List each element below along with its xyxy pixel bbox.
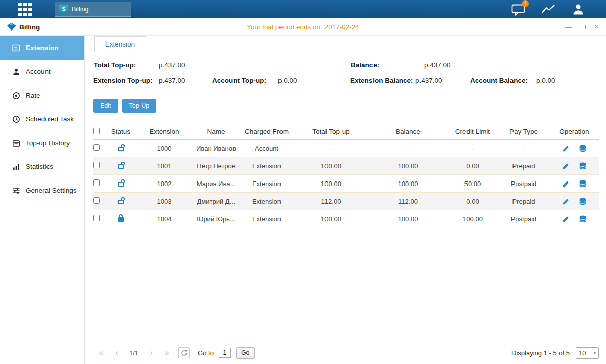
table-row[interactable]: 1000 Иван Иванов Account - - - - <box>93 140 599 157</box>
cell-balance: - <box>369 145 447 152</box>
cell-charged-from: Extension <box>240 162 293 170</box>
cell-name: Петр Петров <box>192 162 240 170</box>
summary-panel: Total Top-up: p.437.00 Balance: p.437.00… <box>93 61 599 85</box>
sidebar: Extension Account Rate Scheduled Task To… <box>0 36 85 364</box>
edit-icon[interactable] <box>562 180 570 188</box>
account-icon <box>12 68 20 76</box>
top-up-operation-icon[interactable] <box>579 145 587 152</box>
app-tab-billing[interactable]: $ Billing <box>55 2 131 17</box>
row-checkbox[interactable] <box>93 162 100 168</box>
edit-icon[interactable] <box>562 198 570 205</box>
cell-extension: 1001 <box>136 162 192 170</box>
cell-pay-type: Postpaid <box>498 215 549 223</box>
row-checkbox[interactable] <box>93 197 100 204</box>
top-up-button[interactable]: Top Up <box>122 99 157 113</box>
page-size-select[interactable]: 10 ▾ <box>576 347 599 359</box>
cell-total-topup: 100.00 <box>293 180 369 188</box>
edit-icon[interactable] <box>562 162 570 170</box>
cell-extension: 1002 <box>136 180 192 188</box>
edit-icon[interactable] <box>562 215 570 223</box>
total-topup-value: p.437.00 <box>159 61 185 69</box>
refresh-button[interactable] <box>178 347 190 358</box>
displaying-text: Displaying 1 - 5 of 5 <box>511 349 570 357</box>
table-row[interactable]: 1001 Петр Петров Extension 100.00 100.00… <box>93 157 599 175</box>
sidebar-item-topup-history[interactable]: Top-up History <box>0 131 84 155</box>
top-up-operation-icon[interactable] <box>579 215 587 223</box>
cell-total-topup: 100.00 <box>293 215 369 223</box>
table-row[interactable]: 1003 Дмитрий Д... Extension 112.00 112.0… <box>93 193 599 210</box>
apps-grid-icon[interactable] <box>18 3 32 16</box>
lock-status-icon <box>118 179 124 187</box>
user-icon[interactable] <box>572 3 585 15</box>
sidebar-item-label: Statistics <box>26 163 53 170</box>
table-row[interactable]: 1004 Юрий Юрь... Extension 100.00 100.00… <box>93 210 599 228</box>
close-icon[interactable]: × <box>594 23 599 31</box>
top-up-operation-icon[interactable] <box>579 180 587 188</box>
cell-balance: 100.00 <box>369 162 447 170</box>
sidebar-item-general-settings[interactable]: General Settings <box>0 178 84 202</box>
top-up-operation-icon[interactable] <box>579 162 587 170</box>
cell-credit-limit: 0.00 <box>447 198 498 205</box>
row-checkbox[interactable] <box>93 144 100 151</box>
last-page-icon[interactable]: » <box>163 348 171 358</box>
extension-topup-label: Extension Top-up: <box>93 77 153 84</box>
main-content: Extension Total Top-up: p.437.00 Balance… <box>85 36 606 364</box>
cell-credit-limit: 100.00 <box>447 215 498 223</box>
top-up-operation-icon[interactable] <box>579 198 587 205</box>
bar-chart-icon <box>12 163 20 171</box>
sidebar-item-rate[interactable]: Rate <box>0 83 84 107</box>
clock-icon <box>12 115 20 123</box>
balance-value: p.437.00 <box>424 61 451 69</box>
maximize-icon[interactable] <box>581 23 586 31</box>
cell-name: Иван Иванов <box>192 145 240 152</box>
cell-pay-type: Prepaid <box>498 162 549 170</box>
prev-page-icon[interactable]: ‹ <box>113 348 121 358</box>
page-indicator: 1/1 <box>129 349 138 357</box>
tab-extension[interactable]: Extension <box>94 36 146 52</box>
cell-name: Юрий Юрь... <box>192 215 240 223</box>
next-page-icon[interactable]: › <box>147 348 155 358</box>
extension-balance-label: Extension Balance: <box>350 77 413 84</box>
column-header-balance: Balance <box>369 128 447 135</box>
goto-page-input[interactable] <box>219 348 231 358</box>
table-body: 1000 Иван Иванов Account - - - - 1001 Пе… <box>93 140 599 228</box>
sidebar-item-statistics[interactable]: Statistics <box>0 155 84 178</box>
sidebar-item-account[interactable]: Account <box>0 60 84 83</box>
lock-status-icon <box>118 197 124 204</box>
row-checkbox[interactable] <box>93 215 100 221</box>
chart-icon[interactable] <box>541 4 555 15</box>
sidebar-item-extension[interactable]: Extension <box>0 36 84 60</box>
edit-icon[interactable] <box>562 145 570 152</box>
tab-bar: Extension <box>93 36 599 52</box>
pagination-bar: « ‹ 1/1 › » Go to Go Displaying 1 - 5 of… <box>93 345 599 361</box>
total-topup-label: Total Top-up: <box>94 61 136 69</box>
cell-extension: 1003 <box>136 198 192 205</box>
page-size-value: 10 <box>579 349 586 357</box>
sidebar-item-label: Rate <box>26 92 40 99</box>
table-row[interactable]: 1002 Мария Ива... Extension 100.00 100.0… <box>93 175 599 193</box>
account-topup-label: Account Top-up: <box>212 77 266 84</box>
minimize-icon[interactable]: — <box>565 23 572 31</box>
cell-pay-type: Prepaid <box>498 198 549 205</box>
first-page-icon[interactable]: « <box>97 348 105 358</box>
balance-label: Balance: <box>351 61 379 69</box>
chevron-down-icon: ▾ <box>593 350 596 355</box>
cell-pay-type: - <box>498 145 549 152</box>
go-button[interactable]: Go <box>236 347 255 359</box>
notifications-icon[interactable]: ! <box>511 3 525 16</box>
sidebar-item-scheduled-task[interactable]: Scheduled Task <box>0 107 84 131</box>
cell-total-topup: - <box>293 145 369 152</box>
app-tab-label: Billing <box>72 6 88 13</box>
cell-name: Дмитрий Д... <box>192 198 240 205</box>
row-checkbox[interactable] <box>93 179 100 186</box>
sidebar-item-label: General Settings <box>26 187 77 194</box>
select-all-checkbox[interactable] <box>93 128 100 134</box>
cell-charged-from: Account <box>240 145 293 152</box>
column-header-pay-type: Pay Type <box>498 128 549 135</box>
edit-button[interactable]: Edit <box>93 99 118 113</box>
sliders-icon <box>12 187 20 195</box>
column-header-name: Name <box>192 128 240 135</box>
column-header-operation: Operation <box>549 128 599 135</box>
account-balance-value: p.0.00 <box>536 77 555 84</box>
column-header-credit-limit: Credit Limit <box>447 128 498 135</box>
